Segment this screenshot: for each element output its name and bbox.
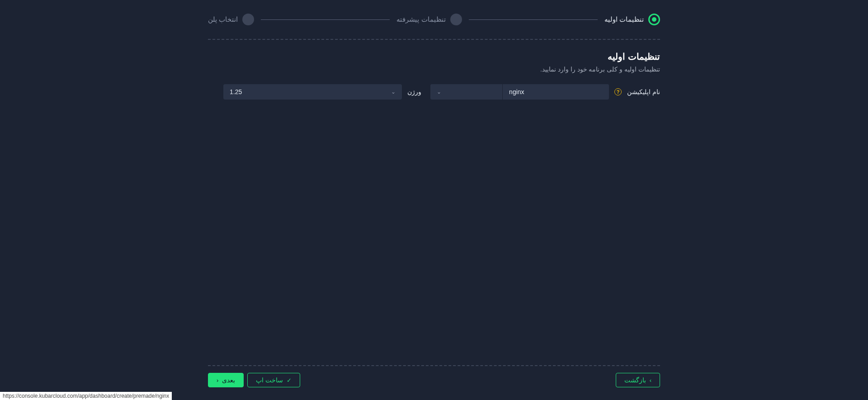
step-connector	[261, 19, 390, 20]
version-group: ورژن 1.25 ⌄	[223, 84, 421, 100]
app-name-input[interactable]	[503, 84, 609, 100]
step-plan-selection[interactable]: انتخاب پلن	[208, 14, 254, 25]
step-advanced-settings[interactable]: تنظیمات پیشرفته	[396, 14, 462, 25]
chevron-left-icon: ‹	[217, 377, 218, 384]
section-subtitle: تنظیمات اولیه و کلی برنامه خود را وارد ن…	[208, 66, 660, 73]
step-label: انتخاب پلن	[208, 15, 238, 24]
step-initial-settings[interactable]: تنظیمات اولیه	[604, 14, 660, 25]
help-icon[interactable]: ?	[614, 88, 622, 95]
create-app-button[interactable]: ✓ ساخت اپ	[247, 373, 300, 387]
step-connector	[469, 19, 598, 20]
stepper: تنظیمات اولیه تنظیمات پیشرفته انتخاب پلن	[208, 14, 660, 39]
create-app-label: ساخت اپ	[256, 376, 283, 384]
version-value: 1.25	[230, 88, 242, 95]
action-buttons: ✓ ساخت اپ بعدی ‹	[208, 373, 300, 387]
back-button[interactable]: › بازگشت	[616, 373, 660, 387]
chevron-down-icon: ⌄	[437, 89, 441, 95]
chevron-right-icon: ›	[650, 377, 651, 384]
step-label: تنظیمات اولیه	[604, 15, 644, 24]
version-label: ورژن	[407, 88, 421, 95]
status-bar-url: https://console.kubarcloud.com/app/dashb…	[0, 392, 172, 400]
version-select[interactable]: 1.25 ⌄	[223, 84, 402, 100]
footer-buttons: › بازگشت ✓ ساخت اپ بعدی ‹	[208, 373, 660, 387]
app-name-group: نام اپلیکیشن ? ⌄	[430, 84, 660, 100]
check-icon: ✓	[287, 377, 292, 384]
step-circle-inactive	[450, 14, 462, 25]
back-button-label: بازگشت	[624, 376, 646, 384]
section-title: تنظیمات اولیه	[208, 51, 660, 62]
footer-divider	[208, 365, 660, 366]
chevron-down-icon: ⌄	[391, 89, 396, 95]
divider	[208, 39, 660, 40]
step-circle-active	[648, 14, 660, 25]
next-button-label: بعدی	[222, 376, 235, 384]
step-circle-inactive	[242, 14, 254, 25]
step-label: تنظیمات پیشرفته	[396, 15, 445, 24]
app-name-input-wrapper: ⌄	[430, 84, 609, 100]
app-name-label: نام اپلیکیشن	[627, 88, 660, 95]
next-button[interactable]: بعدی ‹	[208, 373, 244, 387]
app-name-suffix-select[interactable]: ⌄	[430, 84, 503, 100]
form-row: نام اپلیکیشن ? ⌄ ورژن 1.25 ⌄	[208, 84, 660, 100]
